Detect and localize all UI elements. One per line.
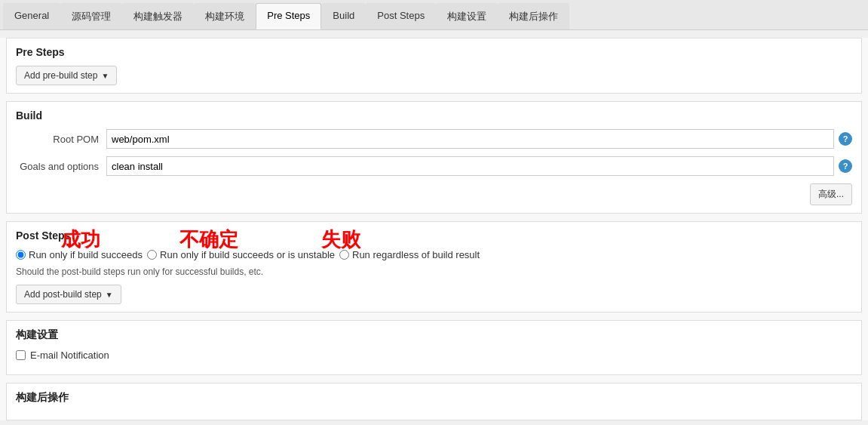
tab-source-mgmt[interactable]: 源码管理 [60, 3, 122, 29]
email-notification-checkbox[interactable] [16, 350, 26, 360]
root-pom-input-wrap: ? [106, 129, 852, 149]
post-steps-section: Post Steps 成功 不确定 失败 Run only if build s… [6, 221, 862, 313]
tab-build-env[interactable]: 构建环境 [194, 3, 256, 29]
tab-post-build-action[interactable]: 构建后操作 [498, 3, 569, 29]
goals-help-icon[interactable]: ? [839, 159, 852, 173]
pre-steps-title: Pre Steps [16, 46, 852, 58]
add-post-build-step-button[interactable]: Add post-build step ▼ [16, 285, 121, 304]
goals-input-wrap: ? [106, 156, 852, 176]
tab-build-trigger[interactable]: 构建触发器 [122, 3, 194, 29]
root-pom-row: Root POM ? [16, 129, 852, 149]
pre-steps-section: Pre Steps Add pre-build step ▼ [6, 38, 862, 94]
add-post-build-step-label: Add post-build step [24, 289, 102, 300]
radio-unstable-option[interactable]: Run only if build succeeds or is unstabl… [147, 249, 335, 260]
radio-failure-input[interactable] [339, 250, 349, 260]
tab-general[interactable]: General [3, 3, 60, 29]
advanced-button[interactable]: 高级... [810, 183, 852, 205]
build-title: Build [16, 109, 852, 122]
build-settings-title: 构建设置 [16, 328, 852, 342]
build-settings-section: 构建设置 E-mail Notification [6, 320, 862, 375]
build-section: Build Root POM ? Goals and options ? 高级.… [6, 101, 862, 214]
radio-failure-label: Run regardless of build result [352, 249, 480, 260]
post-steps-description: Should the post-build steps run only for… [16, 266, 852, 277]
post-steps-title: Post Steps [16, 229, 852, 242]
add-pre-build-step-button[interactable]: Add pre-build step ▼ [16, 66, 117, 85]
post-steps-container: 成功 不确定 失败 Run only if build succeeds Run… [16, 249, 852, 260]
main-content: Pre Steps Add pre-build step ▼ Build Roo… [0, 38, 868, 420]
email-notification-row: E-mail Notification [16, 350, 852, 361]
advanced-button-label: 高级... [818, 188, 844, 201]
tab-bar: General源码管理构建触发器构建环境Pre StepsBuildPost S… [0, 0, 868, 30]
radio-success-option[interactable]: Run only if build succeeds [16, 249, 143, 260]
radio-success-label: Run only if build succeeds [29, 249, 143, 260]
add-post-build-caret-icon: ▼ [106, 291, 113, 299]
tab-build[interactable]: Build [321, 3, 366, 29]
post-build-action-title: 构建后操作 [16, 391, 852, 405]
goals-input[interactable] [106, 156, 834, 176]
root-pom-input[interactable] [106, 129, 834, 149]
email-notification-label: E-mail Notification [30, 350, 109, 361]
advanced-button-wrap: 高级... [16, 183, 852, 205]
root-pom-label: Root POM [16, 134, 106, 145]
tab-post-steps[interactable]: Post Steps [366, 3, 436, 29]
goals-row: Goals and options ? [16, 156, 852, 176]
add-pre-build-step-label: Add pre-build step [24, 70, 97, 81]
radio-success-input[interactable] [16, 250, 26, 260]
tab-pre-steps[interactable]: Pre Steps [256, 3, 321, 29]
add-pre-build-caret-icon: ▼ [101, 72, 109, 80]
post-build-action-section: 构建后操作 [6, 383, 862, 420]
radio-unstable-label: Run only if build succeeds or is unstabl… [160, 249, 335, 260]
post-steps-radio-options: Run only if build succeeds Run only if b… [16, 249, 852, 260]
tab-build-settings[interactable]: 构建设置 [436, 3, 498, 29]
radio-unstable-input[interactable] [147, 250, 157, 260]
goals-label: Goals and options [16, 161, 106, 172]
radio-failure-option[interactable]: Run regardless of build result [339, 249, 480, 260]
root-pom-help-icon[interactable]: ? [839, 132, 852, 146]
